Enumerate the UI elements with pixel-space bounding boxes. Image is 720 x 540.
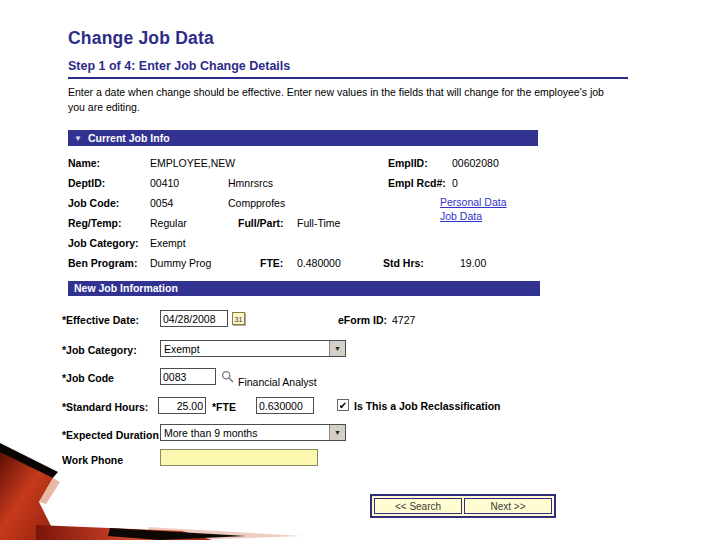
emplid-label: EmplID: xyxy=(388,157,428,169)
job-category-select[interactable]: Exempt ▼ xyxy=(160,340,346,357)
new-job-code-desc: Financial Analyst xyxy=(238,376,317,388)
name-value: EMPLOYEE,NEW xyxy=(150,157,235,169)
std-hrs-label: Std Hrs: xyxy=(383,257,424,269)
red-band xyxy=(36,525,212,540)
new-job-code-label: *Job Code xyxy=(62,372,114,384)
calendar-icon[interactable]: 31 xyxy=(232,312,245,325)
lookup-icon[interactable] xyxy=(221,370,234,383)
empl-rcd-label: Empl Rcd#: xyxy=(388,177,446,189)
full-part-label: Full/Part: xyxy=(238,217,284,229)
new-fte-label: *FTE xyxy=(212,401,236,413)
reg-temp-value: Regular xyxy=(150,217,187,229)
full-part-value: Full-Time xyxy=(297,217,340,229)
standard-hours-label: *Standard Hours: xyxy=(62,401,148,413)
search-button[interactable]: << Search xyxy=(374,498,462,514)
job-code-label: Job Code: xyxy=(68,197,119,209)
heading-rule xyxy=(68,77,628,79)
name-label: Name: xyxy=(68,157,100,169)
job-code-desc: Compprofes xyxy=(228,197,285,209)
personal-data-link[interactable]: Personal Data xyxy=(440,196,507,208)
job-data-link[interactable]: Job Data xyxy=(440,210,482,222)
black-wedge xyxy=(108,528,246,540)
expected-duration-select[interactable]: More than 9 months ▼ xyxy=(160,424,346,441)
effective-date-label: *Effective Date: xyxy=(62,314,139,326)
deptid-desc: Hmnrsrcs xyxy=(228,177,273,189)
job-category-selected-value: Exempt xyxy=(161,341,329,356)
button-toolbar: << Search Next >> xyxy=(370,494,556,518)
pink-wedge xyxy=(148,527,302,540)
job-code-value: 0054 xyxy=(150,197,173,209)
reclassification-label: Is This a Job Reclassification xyxy=(354,400,500,412)
reg-temp-label: Reg/Temp: xyxy=(68,217,121,229)
red-swoosh xyxy=(0,452,58,540)
effective-date-input[interactable] xyxy=(160,310,228,327)
work-phone-input[interactable] xyxy=(160,449,318,466)
instructions-line2: you are editing. xyxy=(68,101,140,113)
black-edge xyxy=(0,443,58,481)
chevron-down-icon[interactable]: ▼ xyxy=(329,425,345,440)
job-code-input[interactable] xyxy=(160,368,216,385)
work-phone-label: Work Phone xyxy=(62,454,123,466)
expected-duration-selected-value: More than 9 months xyxy=(161,425,329,440)
page-title: Change Job Data xyxy=(68,28,214,49)
instructions-line1: Enter a date when change should be effec… xyxy=(68,86,604,98)
collapse-icon[interactable]: ▼ xyxy=(74,134,82,143)
check-icon: ✔ xyxy=(339,400,347,411)
new-job-category-label: *Job Category: xyxy=(62,344,137,356)
ben-program-label: Ben Program: xyxy=(68,257,137,269)
ben-program-value: Dummy Prog xyxy=(150,257,211,269)
current-job-info-header[interactable]: ▼Current Job Info xyxy=(68,130,538,146)
new-job-information-header: New Job Information xyxy=(68,281,540,296)
eform-id-label: eForm ID: xyxy=(338,314,387,326)
fte-input[interactable] xyxy=(256,397,314,414)
deptid-value: 00410 xyxy=(150,177,179,189)
fte-label: FTE: xyxy=(260,257,283,269)
deptid-label: DeptID: xyxy=(68,177,105,189)
job-category-value: Exempt xyxy=(150,237,186,249)
job-category-label: Job Category: xyxy=(68,237,139,249)
step-heading: Step 1 of 4: Enter Job Change Details xyxy=(68,59,290,73)
pale-highlight xyxy=(39,478,60,504)
eform-id-value: 4727 xyxy=(392,314,415,326)
emplid-value: 00602080 xyxy=(452,157,499,169)
reclassification-checkbox[interactable]: ✔ xyxy=(337,399,349,411)
chevron-down-icon[interactable]: ▼ xyxy=(329,341,345,356)
expected-duration-label: *Expected Duration xyxy=(62,429,159,441)
std-hrs-value: 19.00 xyxy=(460,257,486,269)
next-button[interactable]: Next >> xyxy=(464,498,552,514)
empl-rcd-value: 0 xyxy=(452,177,458,189)
new-job-information-title: New Job Information xyxy=(74,282,178,294)
fte-value: 0.480000 xyxy=(297,257,341,269)
standard-hours-input[interactable] xyxy=(158,397,206,414)
current-job-info-title: Current Job Info xyxy=(88,132,170,144)
